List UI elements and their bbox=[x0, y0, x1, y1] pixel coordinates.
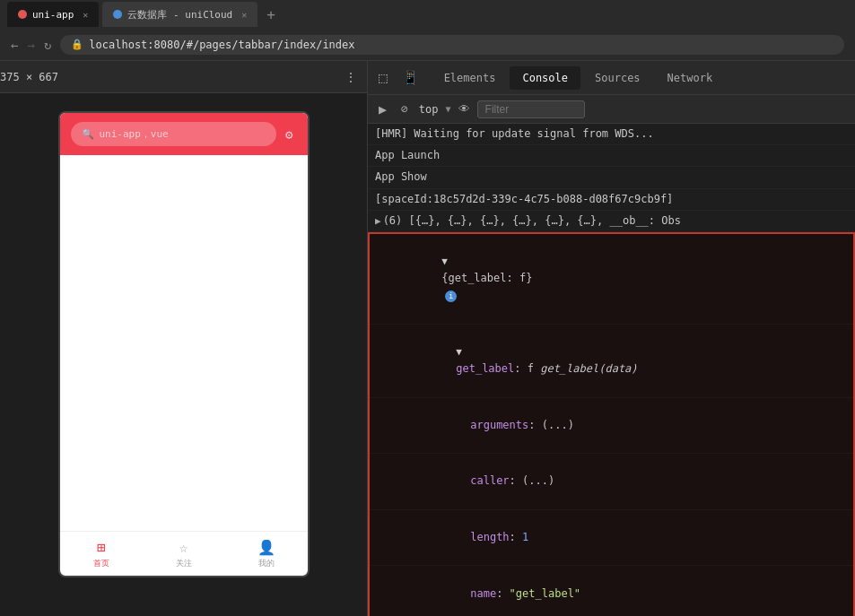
back-button[interactable]: ← bbox=[11, 38, 18, 52]
home-icon: ⊞ bbox=[97, 539, 106, 556]
tab-uniclould[interactable]: 云数据库 - uniCloud ✕ bbox=[102, 2, 257, 27]
refresh-button[interactable]: ↻ bbox=[44, 38, 51, 52]
highlighted-block: ▼ {get_label: f} i ▼ get_label: f get_la… bbox=[368, 232, 855, 616]
phone-settings-icon[interactable]: ⚙ bbox=[282, 124, 296, 145]
search-glass-icon: 🔍 bbox=[82, 128, 94, 140]
console-filter-input[interactable] bbox=[477, 100, 585, 118]
tab-uniapp[interactable]: uni-app ✕ bbox=[7, 2, 99, 27]
address-bar: ← → ↻ 🔒 localhost:8080/#/pages/tabbar/in… bbox=[0, 29, 855, 61]
console-output: [HMR] Waiting for update signal from WDS… bbox=[368, 124, 855, 616]
hl-line-6: name: "get_label" bbox=[370, 566, 853, 616]
tab-elements[interactable]: Elements bbox=[432, 66, 509, 90]
phone-search-bar: 🔍 uni-app，vue ⚙ bbox=[60, 113, 308, 155]
info-icon: i bbox=[445, 291, 457, 302]
tab-sources[interactable]: Sources bbox=[582, 66, 653, 90]
browser-tab-bar: uni-app ✕ 云数据库 - uniCloud ✕ + bbox=[0, 0, 855, 29]
console-toolbar: ▶ ⊘ top ▼ 👁 bbox=[368, 95, 855, 124]
expand-fn-icon: ▼ bbox=[456, 346, 462, 358]
console-line-launch: App Launch bbox=[368, 145, 855, 167]
devtools-panel: ⬚ 📱 Elements Console Sources Network ▶ ⊘… bbox=[368, 61, 855, 616]
phone-tab-home-label: 首页 bbox=[93, 558, 109, 569]
tab-close-2[interactable]: ✕ bbox=[241, 10, 247, 20]
tab-network[interactable]: Network bbox=[655, 66, 726, 90]
clear-console-button[interactable]: ▶ bbox=[375, 100, 390, 119]
hl-line-3: arguments: (...) bbox=[370, 398, 853, 455]
mobile-frame: 🔍 uni-app，vue ⚙ ⊞ 首页 ☆ 关注 bbox=[0, 93, 367, 616]
console-line-array[interactable]: ▶(6) [{…}, {…}, {…}, {…}, {…}, {…}, __ob… bbox=[368, 211, 855, 232]
hl-line-2[interactable]: ▼ get_label: f get_label(data) bbox=[370, 325, 853, 398]
mobile-toolbar: 375 × 667 ⋮ bbox=[0, 61, 367, 93]
main-layout: 375 × 667 ⋮ 🔍 uni-app，vue ⚙ ⊞ bbox=[0, 61, 855, 616]
mobile-dimensions: 375 × 667 bbox=[0, 71, 58, 83]
context-dropdown-arrow: ▼ bbox=[446, 104, 451, 114]
forward-button[interactable]: → bbox=[27, 38, 34, 52]
devtools-action-buttons: ⬚ 📱 bbox=[375, 65, 423, 90]
phone-search-input[interactable]: 🔍 uni-app，vue bbox=[71, 122, 277, 146]
phone-tab-follow[interactable]: ☆ 关注 bbox=[143, 532, 225, 576]
inspect-element-button[interactable]: ⬚ bbox=[375, 65, 391, 90]
search-placeholder-text: uni-app，vue bbox=[100, 127, 169, 141]
stop-button[interactable]: ⊘ bbox=[397, 100, 412, 117]
tab-label-1: uni-app bbox=[32, 9, 74, 21]
lock-icon: 🔒 bbox=[71, 39, 83, 50]
address-input-container[interactable]: 🔒 localhost:8080/#/pages/tabbar/index/in… bbox=[60, 35, 844, 55]
hl-line-5: length: 1 bbox=[370, 510, 853, 567]
tab-close-1[interactable]: ✕ bbox=[83, 10, 88, 20]
eye-icon[interactable]: 👁 bbox=[458, 102, 470, 116]
expand-icon: ▶ bbox=[375, 215, 381, 227]
phone-content-area bbox=[60, 155, 308, 531]
phone-tab-mine[interactable]: 👤 我的 bbox=[225, 532, 308, 576]
phone-tab-mine-label: 我的 bbox=[258, 558, 275, 569]
star-icon: ☆ bbox=[179, 539, 188, 556]
devtools-tab-bar: ⬚ 📱 Elements Console Sources Network bbox=[368, 61, 855, 95]
add-tab-button[interactable]: + bbox=[261, 6, 281, 23]
context-selector[interactable]: top bbox=[419, 103, 439, 116]
console-line-hmr: [HMR] Waiting for update signal from WDS… bbox=[368, 124, 855, 145]
phone-tabbar: ⊞ 首页 ☆ 关注 👤 我的 bbox=[60, 531, 308, 576]
device-toolbar-button[interactable]: 📱 bbox=[398, 66, 423, 90]
phone-tab-home[interactable]: ⊞ 首页 bbox=[60, 532, 143, 576]
console-line-show1: App Show bbox=[368, 167, 855, 188]
tab-label-2: 云数据库 - uniCloud bbox=[127, 8, 232, 22]
hl-line-4: caller: (...) bbox=[370, 454, 853, 510]
expand-get-label: ▼ bbox=[441, 256, 448, 267]
console-line-spaceid: [spaceId:18c57d2d-339c-4c75-b088-d08f67c… bbox=[368, 189, 855, 211]
tab-favicon-2 bbox=[113, 10, 122, 19]
user-icon: 👤 bbox=[257, 539, 275, 556]
phone-tab-follow-label: 关注 bbox=[176, 558, 192, 569]
address-text: localhost:8080/#/pages/tabbar/index/inde… bbox=[89, 39, 354, 51]
tab-favicon-1 bbox=[18, 10, 27, 19]
phone-screen: 🔍 uni-app，vue ⚙ ⊞ 首页 ☆ 关注 bbox=[58, 111, 310, 577]
hl-line-1[interactable]: ▼ {get_label: f} i bbox=[370, 234, 853, 325]
more-options-button[interactable]: ⋮ bbox=[345, 71, 367, 83]
mobile-preview-panel: 375 × 667 ⋮ 🔍 uni-app，vue ⚙ ⊞ bbox=[0, 61, 368, 616]
tab-console[interactable]: Console bbox=[510, 66, 580, 90]
